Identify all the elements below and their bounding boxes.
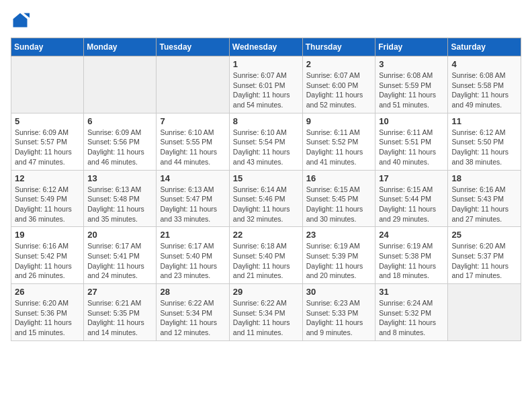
day-info: Sunrise: 6:21 AMSunset: 5:35 PMDaylight:…	[87, 298, 152, 338]
day-cell: 31Sunrise: 6:24 AMSunset: 5:32 PMDayligh…	[375, 284, 448, 341]
day-info: Sunrise: 6:13 AMSunset: 5:48 PMDaylight:…	[87, 185, 152, 224]
day-cell: 16Sunrise: 6:15 AMSunset: 5:45 PMDayligh…	[302, 170, 375, 227]
header-sunday: Sunday	[11, 38, 84, 56]
day-info: Sunrise: 6:12 AMSunset: 5:50 PMDaylight:…	[451, 128, 517, 167]
day-number: 13	[87, 173, 152, 183]
week-row-2: 5Sunrise: 6:09 AMSunset: 5:57 PMDaylight…	[11, 113, 521, 170]
day-info: Sunrise: 6:07 AMSunset: 6:01 PMDaylight:…	[233, 71, 299, 110]
header-friday: Friday	[375, 38, 448, 56]
day-number: 16	[306, 173, 372, 183]
header-wednesday: Wednesday	[229, 38, 302, 56]
day-cell: 17Sunrise: 6:15 AMSunset: 5:44 PMDayligh…	[375, 170, 448, 227]
day-cell: 1Sunrise: 6:07 AMSunset: 6:01 PMDaylight…	[229, 56, 302, 113]
day-number: 3	[379, 59, 444, 69]
day-number: 14	[160, 173, 225, 183]
day-cell: 12Sunrise: 6:12 AMSunset: 5:49 PMDayligh…	[11, 170, 84, 227]
day-cell: 28Sunrise: 6:22 AMSunset: 5:34 PMDayligh…	[157, 284, 229, 341]
day-number: 18	[451, 173, 517, 183]
day-info: Sunrise: 6:23 AMSunset: 5:33 PMDaylight:…	[306, 298, 372, 338]
day-cell: 30Sunrise: 6:23 AMSunset: 5:33 PMDayligh…	[302, 284, 375, 341]
day-info: Sunrise: 6:08 AMSunset: 5:58 PMDaylight:…	[451, 71, 517, 110]
day-info: Sunrise: 6:10 AMSunset: 5:55 PMDaylight:…	[160, 128, 225, 167]
day-info: Sunrise: 6:10 AMSunset: 5:54 PMDaylight:…	[233, 128, 299, 167]
day-cell	[84, 56, 157, 113]
day-number: 27	[87, 287, 152, 297]
day-number: 11	[451, 116, 517, 126]
day-number: 15	[233, 173, 299, 183]
day-info: Sunrise: 6:07 AMSunset: 6:00 PMDaylight:…	[306, 71, 372, 110]
day-cell: 13Sunrise: 6:13 AMSunset: 5:48 PMDayligh…	[84, 170, 157, 227]
day-info: Sunrise: 6:22 AMSunset: 5:34 PMDaylight:…	[233, 298, 299, 338]
day-cell: 11Sunrise: 6:12 AMSunset: 5:50 PMDayligh…	[448, 113, 521, 170]
day-cell: 21Sunrise: 6:17 AMSunset: 5:40 PMDayligh…	[157, 227, 229, 284]
day-number: 25	[451, 230, 517, 240]
day-number: 23	[306, 230, 372, 240]
day-info: Sunrise: 6:20 AMSunset: 5:37 PMDaylight:…	[451, 241, 517, 281]
day-info: Sunrise: 6:16 AMSunset: 5:43 PMDaylight:…	[451, 185, 517, 224]
day-number: 24	[379, 230, 444, 240]
calendar-body: 1Sunrise: 6:07 AMSunset: 6:01 PMDaylight…	[11, 56, 521, 341]
day-cell: 27Sunrise: 6:21 AMSunset: 5:35 PMDayligh…	[84, 284, 157, 341]
day-number: 21	[160, 230, 225, 240]
day-number: 17	[379, 173, 444, 183]
day-info: Sunrise: 6:19 AMSunset: 5:38 PMDaylight:…	[379, 241, 444, 281]
day-cell: 18Sunrise: 6:16 AMSunset: 5:43 PMDayligh…	[448, 170, 521, 227]
day-info: Sunrise: 6:13 AMSunset: 5:47 PMDaylight:…	[160, 185, 225, 224]
day-number: 7	[160, 116, 225, 126]
logo	[11, 11, 32, 30]
day-cell: 2Sunrise: 6:07 AMSunset: 6:00 PMDaylight…	[302, 56, 375, 113]
svg-marker-0	[13, 13, 28, 28]
day-number: 10	[379, 116, 444, 126]
day-number: 9	[306, 116, 372, 126]
day-number: 26	[15, 287, 80, 297]
week-row-5: 26Sunrise: 6:20 AMSunset: 5:36 PMDayligh…	[11, 284, 521, 341]
day-info: Sunrise: 6:17 AMSunset: 5:40 PMDaylight:…	[160, 241, 225, 281]
day-number: 28	[160, 287, 225, 297]
day-cell: 14Sunrise: 6:13 AMSunset: 5:47 PMDayligh…	[157, 170, 229, 227]
day-number: 8	[233, 116, 299, 126]
week-row-1: 1Sunrise: 6:07 AMSunset: 6:01 PMDaylight…	[11, 56, 521, 113]
day-info: Sunrise: 6:15 AMSunset: 5:44 PMDaylight:…	[379, 185, 444, 224]
day-cell: 29Sunrise: 6:22 AMSunset: 5:34 PMDayligh…	[229, 284, 302, 341]
week-row-3: 12Sunrise: 6:12 AMSunset: 5:49 PMDayligh…	[11, 170, 521, 227]
day-number: 29	[233, 287, 299, 297]
day-cell: 4Sunrise: 6:08 AMSunset: 5:58 PMDaylight…	[448, 56, 521, 113]
day-cell: 7Sunrise: 6:10 AMSunset: 5:55 PMDaylight…	[157, 113, 229, 170]
day-info: Sunrise: 6:09 AMSunset: 5:56 PMDaylight:…	[87, 128, 152, 167]
day-cell: 22Sunrise: 6:18 AMSunset: 5:40 PMDayligh…	[229, 227, 302, 284]
day-info: Sunrise: 6:12 AMSunset: 5:49 PMDaylight:…	[15, 185, 80, 224]
day-info: Sunrise: 6:19 AMSunset: 5:39 PMDaylight:…	[306, 241, 372, 281]
day-info: Sunrise: 6:22 AMSunset: 5:34 PMDaylight:…	[160, 298, 225, 338]
week-row-4: 19Sunrise: 6:16 AMSunset: 5:42 PMDayligh…	[11, 227, 521, 284]
page-header	[11, 11, 521, 30]
day-cell: 20Sunrise: 6:17 AMSunset: 5:41 PMDayligh…	[84, 227, 157, 284]
day-info: Sunrise: 6:16 AMSunset: 5:42 PMDaylight:…	[15, 241, 80, 281]
day-info: Sunrise: 6:17 AMSunset: 5:41 PMDaylight:…	[87, 241, 152, 281]
day-cell: 6Sunrise: 6:09 AMSunset: 5:56 PMDaylight…	[84, 113, 157, 170]
day-number: 6	[87, 116, 152, 126]
header-tuesday: Tuesday	[157, 38, 229, 56]
day-number: 30	[306, 287, 372, 297]
calendar-header: SundayMondayTuesdayWednesdayThursdayFrid…	[11, 38, 521, 56]
day-number: 19	[15, 230, 80, 240]
day-cell: 10Sunrise: 6:11 AMSunset: 5:51 PMDayligh…	[375, 113, 448, 170]
day-cell: 3Sunrise: 6:08 AMSunset: 5:59 PMDaylight…	[375, 56, 448, 113]
day-number: 4	[451, 59, 517, 69]
day-cell: 15Sunrise: 6:14 AMSunset: 5:46 PMDayligh…	[229, 170, 302, 227]
day-info: Sunrise: 6:11 AMSunset: 5:52 PMDaylight:…	[306, 128, 372, 167]
day-info: Sunrise: 6:20 AMSunset: 5:36 PMDaylight:…	[15, 298, 80, 338]
day-cell: 19Sunrise: 6:16 AMSunset: 5:42 PMDayligh…	[11, 227, 84, 284]
day-info: Sunrise: 6:14 AMSunset: 5:46 PMDaylight:…	[233, 185, 299, 224]
day-info: Sunrise: 6:09 AMSunset: 5:57 PMDaylight:…	[15, 128, 80, 167]
logo-icon	[11, 11, 30, 30]
header-row: SundayMondayTuesdayWednesdayThursdayFrid…	[11, 38, 521, 56]
day-info: Sunrise: 6:11 AMSunset: 5:51 PMDaylight:…	[379, 128, 444, 167]
header-thursday: Thursday	[302, 38, 375, 56]
day-info: Sunrise: 6:18 AMSunset: 5:40 PMDaylight:…	[233, 241, 299, 281]
day-cell: 9Sunrise: 6:11 AMSunset: 5:52 PMDaylight…	[302, 113, 375, 170]
day-cell: 8Sunrise: 6:10 AMSunset: 5:54 PMDaylight…	[229, 113, 302, 170]
day-cell	[11, 56, 84, 113]
day-number: 2	[306, 59, 372, 69]
day-cell: 25Sunrise: 6:20 AMSunset: 5:37 PMDayligh…	[448, 227, 521, 284]
day-cell	[157, 56, 229, 113]
